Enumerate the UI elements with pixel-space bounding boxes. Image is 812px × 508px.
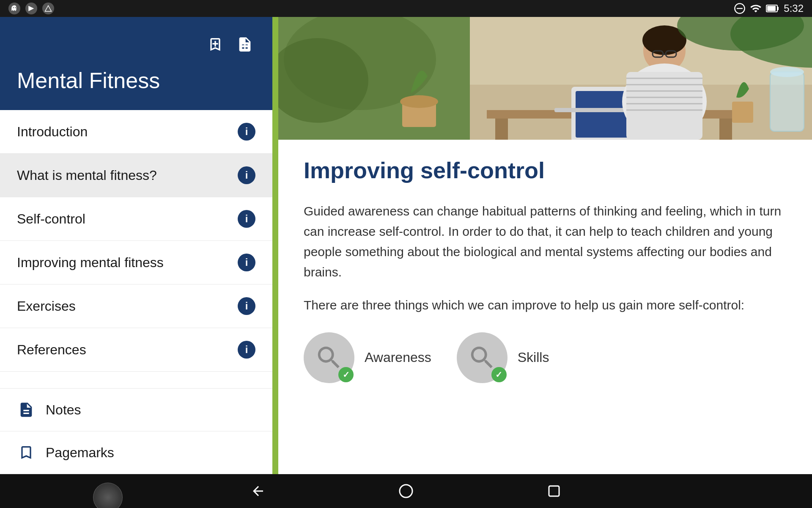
- svg-rect-33: [770, 72, 804, 131]
- svg-rect-14: [495, 119, 508, 140]
- hero-image: [278, 17, 812, 140]
- sidebar: Mental Fitness Introdu: [0, 17, 272, 474]
- info-icon-mental-fitness: i: [238, 166, 255, 184]
- back-button[interactable]: [247, 480, 269, 502]
- content-scroll[interactable]: Improving self-control Guided awareness …: [278, 17, 812, 474]
- play-store-icon: [25, 3, 37, 14]
- pagemarks-label: Pagemarks: [46, 445, 114, 461]
- dnd-icon: [734, 3, 746, 14]
- triangle-icon: [42, 3, 54, 14]
- svg-point-37: [400, 485, 412, 497]
- content-paragraph-2: There are three things which we can impr…: [304, 295, 787, 315]
- skills-icon-wrap: ✓: [457, 332, 508, 383]
- sidebar-bottom: Notes Pagemarks: [0, 388, 272, 474]
- active-indicator: [272, 17, 278, 474]
- sidebar-header: Mental Fitness: [0, 17, 272, 110]
- content-items-row: ✓ Awareness ✓ Ski: [304, 332, 787, 392]
- awareness-card: ✓ Awareness: [304, 332, 431, 383]
- status-bar: 5:32: [0, 0, 812, 17]
- content-body: Improving self-control Guided awareness …: [278, 140, 812, 409]
- info-icon-references: i: [238, 341, 255, 359]
- content-paragraph-1: Guided awareness can change habitual pat…: [304, 201, 787, 282]
- sidebar-title: Mental Fitness: [17, 68, 160, 93]
- info-icon-improving: i: [238, 254, 255, 271]
- notes-icon: [17, 400, 36, 419]
- info-icon-introduction: i: [238, 123, 255, 141]
- clock: 5:32: [784, 3, 804, 14]
- svg-rect-15: [719, 119, 732, 140]
- wifi-icon: [750, 3, 762, 14]
- notes-label: Notes: [46, 402, 81, 418]
- svg-rect-26: [626, 72, 702, 140]
- content-title: Improving self-control: [304, 157, 787, 184]
- nav-item-references[interactable]: References i: [0, 328, 272, 372]
- svg-rect-4: [767, 6, 776, 11]
- recent-apps-button[interactable]: [543, 480, 565, 502]
- sidebar-nav: Introduction i What is mental fitness? i…: [0, 110, 272, 388]
- awareness-check-icon: ✓: [338, 367, 354, 382]
- awareness-icon-wrap: ✓: [304, 332, 354, 383]
- skills-label: Skills: [518, 350, 549, 365]
- svg-point-34: [770, 67, 804, 77]
- ghost-icon: [8, 3, 20, 14]
- svg-rect-38: [549, 486, 559, 496]
- nav-item-introduction[interactable]: Introduction i: [0, 110, 272, 154]
- notes-button[interactable]: Notes: [0, 389, 272, 431]
- content-area: Improving self-control Guided awareness …: [272, 17, 812, 474]
- info-icon-self-control: i: [238, 210, 255, 228]
- android-nav-bar: [0, 474, 812, 508]
- skills-check-icon: ✓: [491, 367, 507, 382]
- awareness-label: Awareness: [365, 350, 431, 365]
- sidebar-header-icons: [205, 34, 255, 55]
- main-layout: Mental Fitness Introdu: [0, 17, 812, 474]
- svg-point-10: [400, 95, 438, 108]
- hero-svg: [278, 17, 812, 140]
- nav-item-self-control[interactable]: Self-control i: [0, 197, 272, 241]
- svg-rect-19: [732, 102, 753, 123]
- svg-rect-3: [777, 7, 779, 10]
- skills-card: ✓ Skills: [457, 332, 549, 383]
- nav-item-improving-mental-fitness[interactable]: Improving mental fitness i: [0, 241, 272, 284]
- ghost-circle: [93, 483, 123, 508]
- status-bar-right: 5:32: [734, 3, 804, 14]
- battery-icon: [766, 3, 779, 14]
- home-button[interactable]: [395, 480, 417, 502]
- nav-item-what-is-mental-fitness[interactable]: What is mental fitness? i: [0, 154, 272, 197]
- file-add-button[interactable]: [234, 34, 255, 55]
- status-bar-left: [8, 3, 54, 14]
- pagemarks-icon: [17, 443, 36, 462]
- bookmark-add-button[interactable]: [205, 34, 226, 55]
- info-icon-exercises: i: [238, 297, 255, 315]
- pagemarks-button[interactable]: Pagemarks: [0, 431, 272, 474]
- nav-item-exercises[interactable]: Exercises i: [0, 284, 272, 328]
